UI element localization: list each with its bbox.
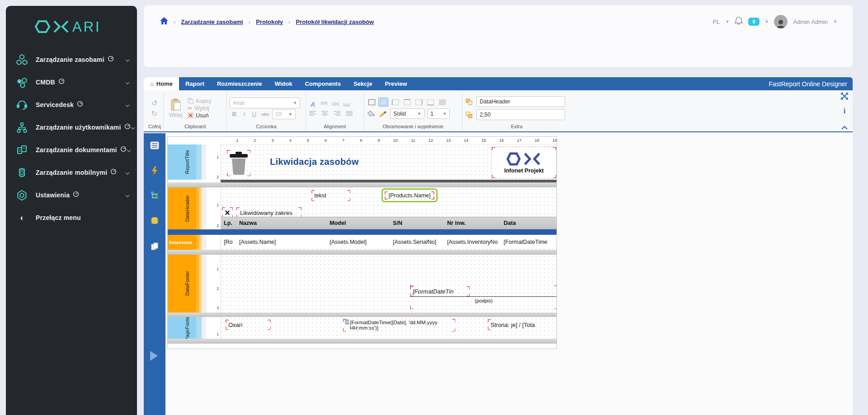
table-header-cell[interactable]: S/N [390,217,444,229]
font-size-select[interactable]: 10▼ [272,109,296,119]
designer-tab-bar: ⌂Home Raport Rozmieszczenie Widok Compon… [144,77,853,90]
selected-products-name-field[interactable]: [Products.Name] [382,188,438,202]
sidebar-item-zarzadzanie-zasobami[interactable]: Zarządzanie zasobami [6,48,137,71]
table-header-cell[interactable]: Data [501,217,557,229]
strikethrough-button[interactable]: abc [259,112,271,117]
band-name-input[interactable] [476,96,565,107]
tab-components[interactable]: Components [298,77,347,90]
send-backward-icon[interactable] [465,111,473,119]
copy-button[interactable]: Kopiuj [188,98,211,104]
table-data-cell[interactable]: [Assets.InventoryNo [444,236,501,248]
band-label-reporttitle[interactable]: ReportTitle [168,145,206,180]
notification-count-badge[interactable]: 0 [748,18,759,26]
servicedesk-icon [15,99,28,111]
run-preview-icon[interactable] [150,351,158,361]
data-sources-icon[interactable] [144,217,165,225]
table-data-cell[interactable]: [Assets.Model] [327,236,390,248]
signature-group[interactable]: (podpis) [410,285,557,309]
tab-widok[interactable]: Widok [269,77,299,90]
language-selector[interactable]: PL [713,19,720,25]
collapse-toolbar-icon[interactable] [841,123,848,131]
report-tree-icon[interactable] [144,191,165,199]
pages-icon[interactable] [144,242,165,251]
svg-text:ARI: ARI [72,19,101,35]
underline-button[interactable]: U [250,111,259,117]
sidebar-item-label: CMDB [36,79,55,86]
undo-button[interactable]: ↺ [151,98,158,108]
footer-left-text[interactable]: Oxari [226,320,271,330]
sidebar-item-zarzadzanie-mobilnymi[interactable]: Zarządzanie mobilnymi [6,161,137,184]
vruler-number: 1 [206,155,219,159]
redo-button[interactable]: ↻ [151,109,158,118]
band-label-pagefooter[interactable]: PageFooter [168,317,206,339]
border-width-select[interactable]: 1▼ [427,108,450,119]
table-data-cell[interactable]: [Assets.Name] [236,236,327,248]
border-custom-button[interactable] [437,98,447,107]
selected-band-indicator[interactable] [168,229,557,235]
font-family-select[interactable]: Arial▼ [230,98,300,108]
home-icon: ⌂ [150,80,154,87]
band-label-dataheader[interactable]: DataHeader [168,187,206,229]
band-label-dataassets[interactable]: DataAssets [168,235,206,250]
avatar[interactable] [774,15,788,28]
table-data-cell[interactable]: [Ro [221,236,236,248]
italic-button[interactable]: I [240,111,249,118]
footer-datetime-field[interactable]: [FormatDateTime([Date], 'dd.MM.yyyy HH:m… [343,319,455,331]
tekst-text-object[interactable]: tekst [311,190,350,201]
fill-color-button[interactable] [367,110,376,118]
info-icon[interactable]: i [844,107,845,115]
align-center-button[interactable] [321,110,329,117]
footer-page-number-field[interactable]: Strona: je] / [Tota [488,319,557,330]
cut-button[interactable]: ✂ Wytnij [188,105,211,112]
band-height-input[interactable] [476,109,565,120]
table-header-cell[interactable]: Model [327,217,390,229]
table-data-cell[interactable]: [Assets.SerialNo] [390,236,444,248]
band-label-datafooter[interactable]: DataFooter [168,255,206,312]
tab-raport[interactable]: Raport [179,77,211,90]
tab-rozmieszczenie[interactable]: Rozmieszczenie [211,77,269,90]
text-color-button[interactable]: A [309,100,317,108]
sidebar-item-zarzadzanie-uzytkownikami[interactable]: Zarządzanie użytkownikami [6,116,137,139]
delete-button[interactable]: Usuń [188,112,211,119]
valign-top-button[interactable] [320,101,328,107]
border-right-button[interactable] [414,98,424,107]
events-lightning-icon[interactable] [144,166,165,175]
border-style-select[interactable]: Solid▼ [390,108,425,119]
border-left-button[interactable] [390,98,400,107]
align-justify-button[interactable] [345,110,354,117]
table-data-cell[interactable]: [FormatDateTime [501,236,557,248]
user-name[interactable]: Admin Admin [793,19,828,25]
sidebar-item-cmdb[interactable]: CMDB [6,71,137,93]
border-none-button[interactable] [378,98,388,107]
home-icon[interactable] [160,17,168,26]
company-logo-object[interactable]: Infonet Projekt [491,147,557,178]
table-header-cell[interactable]: Nazwa [236,217,327,229]
align-right-button[interactable] [333,110,341,117]
report-title-text[interactable]: Likwidacja zasobów [270,154,359,169]
table-header-cell[interactable]: Lp. [221,217,236,229]
notifications-bell-icon[interactable] [735,17,743,27]
sidebar-item-servicedesk[interactable]: Servicedesk [6,93,137,116]
sidebar-item-ustawienia[interactable]: Ustawienia [6,184,137,206]
bold-button[interactable]: B [230,111,239,117]
fullscreen-icon[interactable] [841,93,848,102]
breadcrumb-link-protokoly[interactable]: Protokoły [256,19,283,25]
sidebar-item-zarzadzanie-dokumentami[interactable]: Zarządzanie dokumentami [6,139,137,161]
align-left-button[interactable] [309,110,317,117]
sidebar-toggle-menu[interactable]: ‹ Przełącz menu [6,206,137,229]
border-top-button[interactable] [402,98,412,107]
tab-sekcje[interactable]: Sekcje [347,77,378,90]
valign-bottom-button[interactable] [343,101,351,107]
paste-button[interactable]: Wklej [166,98,185,119]
tab-home[interactable]: ⌂Home [144,77,179,90]
border-all-button[interactable] [367,98,377,107]
tab-preview[interactable]: Preview [378,77,413,90]
table-header-cell[interactable]: Nr inw. [444,217,501,229]
properties-panel-icon[interactable] [144,141,165,149]
valign-center-button[interactable] [331,101,340,107]
brush-icon[interactable] [378,110,387,117]
breadcrumb-link-zasoby[interactable]: Zarządzanie zasobami [181,19,243,25]
border-bottom-button[interactable] [425,98,435,107]
bring-forward-icon[interactable] [465,98,473,106]
trash-image-object[interactable] [227,150,250,176]
